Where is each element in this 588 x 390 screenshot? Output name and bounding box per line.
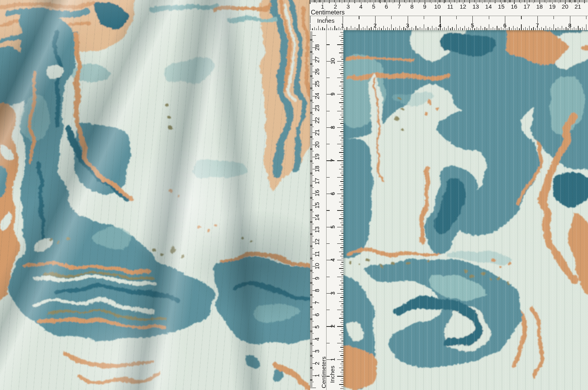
ruler-tick — [353, 0, 354, 2]
ruler-tick — [501, 27, 501, 30]
ruler-tick — [339, 285, 344, 285]
ruler-tick — [586, 0, 586, 2]
ruler-tick — [310, 210, 312, 210]
ruler-tick — [310, 318, 312, 319]
ruler-tick — [327, 78, 330, 78]
ruler-tick — [310, 220, 312, 220]
ruler-tick — [452, 27, 452, 30]
ruler-tick — [418, 0, 419, 3]
ruler-tick — [310, 122, 312, 122]
ruler-tick — [450, 28, 450, 31]
ruler-tick — [512, 0, 512, 2]
ruler-tick — [310, 74, 312, 74]
ruler-tick — [310, 82, 312, 82]
ruler-tick — [339, 368, 344, 368]
ruler-tick — [310, 248, 314, 249]
ruler-tick — [310, 194, 312, 195]
ruler-tick — [387, 27, 388, 30]
ruler-tick — [310, 352, 312, 353]
ruler-number: 4 — [359, 3, 362, 10]
ruler-tick — [337, 160, 343, 161]
ruler-tick — [393, 28, 394, 31]
ruler-tick — [310, 330, 312, 331]
ruler-tick — [310, 76, 312, 77]
ruler-tick — [310, 100, 312, 100]
ruler-tick — [485, 27, 485, 30]
ruler-tick — [310, 158, 312, 158]
ruler-tick — [341, 158, 344, 159]
ruler-tick — [354, 0, 355, 3]
ruler-tick — [340, 364, 344, 364]
ruler-tick — [477, 27, 477, 30]
ruler-tick — [531, 28, 532, 31]
ruler-tick — [310, 116, 312, 116]
ruler-tick — [310, 196, 312, 196]
ruler-tick — [341, 332, 344, 333]
ruler-tick — [339, 86, 344, 86]
ruler-tick — [538, 0, 539, 2]
ruler-tick — [341, 192, 344, 192]
ruler-tick — [310, 309, 314, 309]
ruler-tick — [310, 95, 312, 95]
ruler-tick — [341, 357, 344, 358]
ruler-number: 3 — [347, 3, 350, 10]
ruler-tick — [344, 0, 345, 2]
ruler-tick — [310, 154, 312, 155]
ruler-tick — [310, 101, 312, 101]
ruler-tick — [446, 28, 446, 31]
ruler-tick — [332, 0, 332, 2]
ruler-tick — [310, 270, 312, 270]
ruler-tick — [412, 27, 412, 30]
ruler-tick — [310, 147, 312, 147]
ruler-tick — [310, 34, 312, 34]
ruler-tick — [339, 318, 344, 318]
ruler-tick — [310, 301, 312, 302]
ruler-tick — [583, 0, 583, 2]
ruler-tick — [337, 260, 343, 260]
ruler-tick — [310, 98, 312, 99]
ruler-tick — [327, 144, 330, 144]
ruler-tick — [325, 0, 326, 2]
ruler-tick — [310, 93, 312, 93]
ruler-tick — [310, 225, 312, 225]
ruler-tick — [523, 28, 524, 31]
ruler-tick — [339, 152, 344, 152]
ruler-tick — [527, 28, 528, 31]
ruler-tick — [310, 261, 312, 262]
ruler-tick — [555, 0, 555, 2]
ruler-tick — [337, 376, 343, 376]
ruler-tick — [327, 24, 327, 30]
ruler-tick — [310, 135, 312, 135]
ruler-tick — [340, 314, 344, 314]
ruler-tick — [341, 150, 344, 151]
ruler-tick — [310, 294, 312, 294]
ruler-tick — [340, 148, 344, 149]
ruler-number: 10 — [314, 263, 320, 270]
ruler-tick — [561, 0, 562, 2]
ruler-tick — [337, 343, 343, 343]
ruler-tick — [379, 0, 379, 2]
ruler-tick — [579, 0, 579, 2]
ruler-tick — [310, 52, 312, 53]
ruler-tick — [310, 149, 312, 150]
ruler-tick — [310, 252, 312, 252]
ruler-tick — [310, 297, 314, 297]
ruler-tick — [341, 291, 344, 292]
ruler-tick — [310, 277, 312, 278]
ruler-tick — [454, 0, 454, 2]
ruler-tick — [310, 131, 312, 132]
ruler-tick — [341, 134, 344, 134]
ruler-tick — [341, 200, 344, 200]
ruler-tick — [310, 185, 312, 185]
ruler-tick — [310, 153, 312, 154]
ruler-tick — [333, 0, 333, 2]
ruler-tick — [310, 216, 312, 217]
ruler-tick — [417, 28, 418, 31]
ruler-tick — [310, 289, 312, 290]
ruler-tick — [340, 181, 344, 181]
ruler-tick — [543, 28, 544, 31]
ruler-tick — [584, 28, 584, 31]
ruler-tick — [310, 106, 312, 106]
ruler-tick — [310, 113, 312, 113]
ruler-tick — [541, 0, 541, 2]
